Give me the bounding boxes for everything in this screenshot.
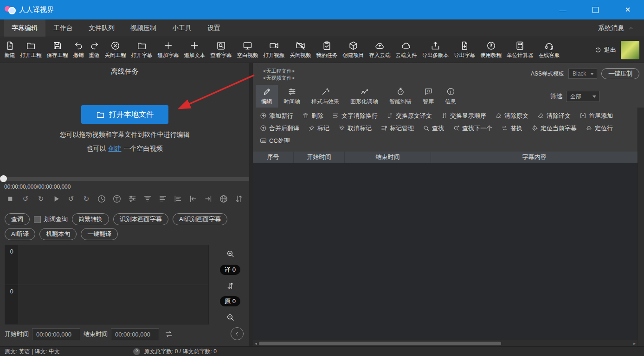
zoom-out-icon[interactable] (226, 313, 235, 322)
edit-action-button[interactable]: 标记管理 (380, 124, 414, 133)
filter-select[interactable]: 全部 (566, 91, 599, 102)
toolbar-button[interactable]: 追加文本 (181, 37, 208, 63)
inline-lookup-checkbox[interactable] (34, 216, 41, 223)
edit-action-button[interactable]: 定位当前字幕 (531, 124, 577, 133)
toolbar-button[interactable]: 追加字幕 (155, 37, 181, 63)
menu-tab[interactable]: 字幕编辑 (4, 19, 45, 37)
loop-right-icon[interactable]: ↻ (82, 194, 91, 203)
text-t-icon[interactable] (112, 194, 122, 203)
workspace-tab[interactable]: 信息 (439, 85, 462, 108)
loop-left-icon[interactable]: ↺ (66, 194, 76, 203)
panel-splitter[interactable] (249, 63, 253, 347)
edit-action-button[interactable]: 查找下一个 (453, 124, 492, 133)
toolbar-button[interactable]: 在线客服 (536, 37, 562, 63)
toolbar-button[interactable]: 关闭工程 (102, 37, 129, 63)
menu-tab[interactable]: 工作台 (45, 19, 81, 37)
translation-text-area[interactable] (18, 245, 208, 285)
toolbar-button[interactable]: 撤销 (71, 37, 86, 63)
toolbar-button[interactable]: 导出多版本 (419, 37, 451, 63)
loop-left-icon[interactable]: ↺ (21, 194, 30, 203)
edit-action-button[interactable]: 清除原文 (495, 112, 528, 120)
workspace-tab[interactable]: 时间轴 (278, 85, 306, 108)
menu-tab[interactable]: 文件队列 (81, 19, 122, 37)
clock-icon[interactable] (97, 194, 106, 203)
workspace-tab[interactable]: 智能纠错 (384, 85, 417, 108)
stop-icon[interactable] (6, 194, 15, 203)
menu-tab[interactable]: 视频压制 (122, 19, 164, 37)
open-local-file-button[interactable]: 打开本地文件 (81, 105, 168, 124)
loop-right-icon[interactable]: ↻ (36, 194, 45, 203)
to-start-icon[interactable] (188, 194, 198, 203)
toolbar-button[interactable]: 关闭视频 (287, 37, 314, 63)
swap-source-target-icon[interactable] (226, 281, 235, 290)
workspace-tab[interactable]: 图形化调轴 (345, 85, 384, 108)
edit-action-button[interactable]: 交换显示顺序 (441, 112, 486, 120)
edit-action-button[interactable]: 删除 (302, 112, 323, 120)
toolbar-button[interactable]: ? 使用教程 (478, 37, 504, 63)
workspace-tab[interactable]: Q 智库 (417, 85, 439, 108)
tool-pill-button[interactable]: 机翻本句 (39, 228, 77, 240)
progress-handle[interactable] (0, 175, 7, 182)
start-time-input[interactable] (32, 328, 80, 340)
scrollbar-thumb[interactable] (259, 342, 501, 345)
edit-action-button[interactable]: 定位行 (586, 124, 613, 133)
sliders-icon[interactable] (128, 194, 137, 203)
menu-tab[interactable]: 小工具 (164, 19, 200, 37)
menu-tab[interactable]: 设置 (200, 19, 228, 37)
edit-action-button[interactable]: 清除译文 (537, 112, 571, 120)
toolbar-button[interactable]: 打开工程 (18, 37, 44, 63)
swap-times-icon[interactable] (164, 330, 174, 339)
maximize-button[interactable] (579, 0, 612, 19)
toolbar-button[interactable]: 导出字幕 (451, 37, 478, 63)
edit-action-button[interactable]: 文字消除换行 (332, 112, 378, 120)
tool-pill-button[interactable]: 一键翻译 (81, 228, 118, 240)
edit-action-button[interactable]: 交换原文译文 (386, 112, 432, 120)
tool-pill-button[interactable]: AI识别画面字幕 (173, 213, 227, 225)
toolbar-button[interactable]: 单位计算器 (504, 37, 536, 63)
render-button[interactable]: 一键压制 (601, 68, 639, 79)
toolbar-button[interactable]: 我的任务 (314, 37, 340, 63)
edit-action-button[interactable]: 添加新行 (260, 112, 293, 120)
vertical-scrollbar[interactable] (638, 108, 644, 347)
system-message-button[interactable]: 系统消息 (598, 19, 634, 37)
swap-v-icon[interactable] (234, 194, 244, 203)
toolbar-button[interactable]: 创建项目 (340, 37, 367, 63)
word-lookup-button[interactable]: 查词 (5, 213, 30, 225)
source-text-area[interactable] (18, 285, 208, 324)
playback-progress-bar[interactable] (0, 177, 249, 181)
close-button[interactable]: ✕ (612, 0, 644, 19)
edit-action-button[interactable]: 替换 (501, 124, 522, 133)
create-link[interactable]: 创建 (109, 145, 122, 152)
tool-pill-button[interactable]: 简繁转换 (72, 213, 109, 225)
ass-template-select[interactable]: Black (568, 69, 597, 79)
edit-action-button[interactable]: 查找 (423, 124, 444, 133)
tool-pill-button[interactable]: 识别本画面字幕 (113, 213, 168, 225)
toolbar-button[interactable]: 新建 (2, 37, 18, 63)
subtitle-table-body[interactable] (253, 163, 638, 340)
logout-button[interactable]: 退出 (594, 46, 616, 54)
toolbar-button[interactable]: 云端文件 (393, 37, 419, 63)
toolbar-button[interactable]: 空白视频 (234, 37, 261, 63)
scroll-left-arrow[interactable]: ◂ (253, 341, 259, 346)
edit-action-button[interactable]: CC CC处理 (260, 137, 290, 145)
workspace-tab[interactable]: 编辑 (256, 85, 278, 108)
edit-action-button[interactable]: 取消标记 (338, 124, 372, 133)
user-avatar[interactable] (621, 41, 639, 59)
edit-action-button[interactable]: 标记 (308, 124, 329, 133)
toolbar-button[interactable]: 打开视频 (261, 37, 287, 63)
workspace-tab[interactable]: 样式与效果 (306, 85, 345, 108)
align-left-icon[interactable] (173, 194, 182, 203)
align-top-icon[interactable] (143, 194, 152, 203)
edit-action-button[interactable]: 合并后翻译 (260, 124, 299, 133)
globe-icon[interactable] (219, 194, 228, 203)
toolbar-button[interactable]: 保存工程 (44, 37, 71, 63)
help-icon[interactable]: ? (133, 348, 140, 355)
to-end-icon[interactable] (204, 194, 213, 203)
align-mid-icon[interactable] (158, 194, 167, 203)
collapse-panel-button[interactable] (231, 327, 244, 340)
tool-pill-button[interactable]: AI听译 (5, 228, 35, 240)
end-time-input[interactable] (111, 328, 159, 340)
edit-action-button[interactable]: 首尾添加 (580, 112, 613, 120)
minimize-button[interactable]: — (547, 0, 579, 19)
toolbar-button[interactable]: 重做 (86, 37, 102, 63)
